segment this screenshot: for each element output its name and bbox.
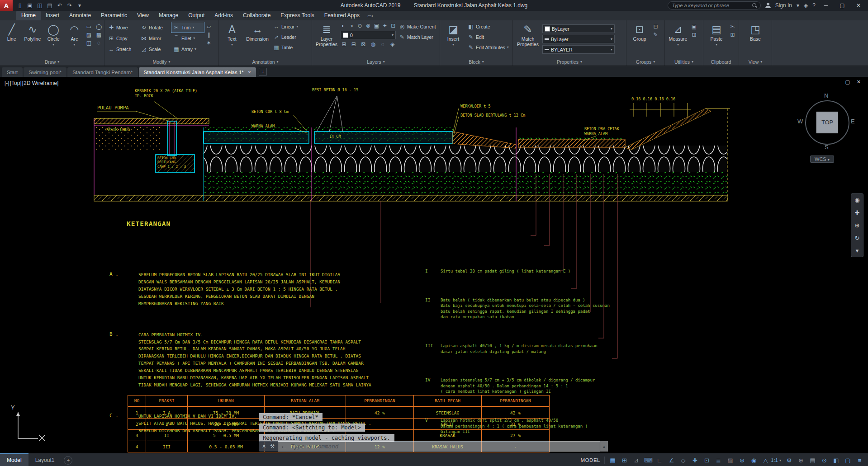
- scale-dropdown-icon[interactable]: ▾: [779, 458, 781, 462]
- layer-isolate-icon[interactable]: ◑: [349, 23, 354, 29]
- circle-dropdown-icon[interactable]: ▾: [52, 42, 54, 47]
- quick-calc-icon[interactable]: ⊞: [691, 32, 697, 38]
- tab-add-ins[interactable]: Add-ins: [209, 11, 238, 20]
- viewcube-top-face[interactable]: TOP: [816, 112, 838, 133]
- layer-dropdown-icon[interactable]: ▾: [392, 33, 394, 37]
- cut-icon[interactable]: ✂: [729, 24, 736, 30]
- file-tab-tangki-pendam[interactable]: Standard Tangki Pendam*: [67, 67, 138, 77]
- panel-label-block[interactable]: Block▾: [440, 58, 512, 66]
- arc-dropdown-icon[interactable]: ▾: [73, 42, 75, 47]
- graphics-performance-icon[interactable]: ◧: [832, 457, 840, 464]
- scale-button[interactable]: ◿Scale: [139, 44, 171, 54]
- hatch-tool-icon[interactable]: ▨: [85, 32, 92, 38]
- move-button[interactable]: ✚Move: [106, 22, 139, 33]
- tab-home[interactable]: Home: [16, 11, 41, 20]
- layer-freeze-icon[interactable]: ⊙: [357, 23, 362, 29]
- command-history-toggle-icon[interactable]: ▴: [600, 441, 608, 452]
- linetype-select[interactable]: BYLAYER▾: [542, 45, 615, 54]
- annotation-visibility-icon[interactable]: ◉: [750, 457, 758, 464]
- revcloud-tool-icon[interactable]: ◌: [95, 40, 102, 46]
- tab-featured-apps[interactable]: Featured Apps: [319, 11, 365, 20]
- clean-screen-icon[interactable]: ▢: [844, 457, 852, 464]
- offset-icon[interactable]: ∥: [205, 32, 212, 38]
- layer-thaw-icon[interactable]: ⊟: [351, 41, 357, 47]
- array-button[interactable]: ▦Array▾: [171, 44, 204, 54]
- minimize-button[interactable]: ─: [820, 2, 832, 9]
- search-icon[interactable]: [752, 3, 757, 8]
- viewport-minus-control[interactable]: [-]: [5, 80, 9, 87]
- dimension-button[interactable]: ↔Dimension: [245, 21, 270, 57]
- explode-icon[interactable]: ✶: [205, 40, 212, 46]
- quick-select-icon[interactable]: ▣: [691, 24, 697, 30]
- object-snap-icon[interactable]: ⊡: [703, 457, 711, 464]
- copy-button[interactable]: ⊞Copy: [106, 33, 139, 43]
- view-cube[interactable]: N S W E TOP WCS ▾: [800, 93, 854, 165]
- tab-express-tools[interactable]: Express Tools: [275, 11, 319, 20]
- panel-label-draw[interactable]: Draw▾: [0, 58, 104, 66]
- ortho-mode-icon[interactable]: ∟: [656, 457, 664, 464]
- base-button[interactable]: ◳Base: [744, 21, 767, 57]
- pan-icon[interactable]: ✚: [855, 209, 860, 216]
- panel-label-properties[interactable]: Properties▾: [513, 58, 626, 66]
- command-close-icon[interactable]: ✕: [262, 443, 266, 449]
- new-file-icon[interactable]: ▯: [15, 2, 24, 9]
- insert-button[interactable]: ◪Insert▾: [442, 21, 465, 57]
- transparency-icon[interactable]: ▨: [726, 457, 734, 464]
- workspace-switching-icon[interactable]: ⚙: [785, 457, 793, 464]
- panel-label-modify[interactable]: Modify▾: [104, 58, 218, 66]
- isometric-drafting-icon[interactable]: ◇: [679, 457, 687, 464]
- compass-west[interactable]: W: [797, 118, 803, 125]
- group-edit-icon[interactable]: ✎: [652, 32, 659, 38]
- tab-view[interactable]: View: [132, 11, 154, 20]
- rotate-button[interactable]: ↻Rotate: [139, 22, 171, 33]
- customization-icon[interactable]: ≡: [856, 457, 863, 464]
- layer-prev-icon[interactable]: ✦: [382, 23, 387, 29]
- viewport-style-control[interactable]: [2D Wireframe]: [22, 80, 59, 87]
- compass-north[interactable]: N: [824, 92, 828, 99]
- layer-delete-icon[interactable]: ◌: [379, 41, 386, 47]
- navigation-bar[interactable]: ◉ ✚ ⊕ ↻ ▾: [851, 193, 863, 257]
- layer-lockfade-icon[interactable]: ◈: [389, 41, 396, 47]
- text-button[interactable]: AText▾: [221, 21, 243, 57]
- panel-label-groups[interactable]: Groups▾: [626, 58, 664, 66]
- mirror-button[interactable]: ⋈Mirror: [139, 33, 171, 43]
- command-bar[interactable]: ✕ ⚒ ›_ ▴: [259, 441, 608, 452]
- create-block-button[interactable]: ◧Create: [466, 21, 511, 32]
- annotation-monitor-icon[interactable]: ⊕: [797, 457, 805, 464]
- undo-icon[interactable]: ↶: [55, 2, 64, 9]
- panel-label-view[interactable]: View▾: [739, 58, 772, 66]
- measure-button[interactable]: ⊿Measure▾: [667, 21, 689, 57]
- search-box[interactable]: [668, 1, 761, 9]
- new-layout-icon[interactable]: +: [64, 456, 72, 465]
- customize-wrench-icon[interactable]: ⚒: [270, 443, 275, 449]
- lineweight-icon[interactable]: ≣: [715, 457, 722, 464]
- zoom-icon[interactable]: ⊕: [855, 222, 860, 229]
- navbar-more-icon[interactable]: ▾: [856, 247, 859, 254]
- tab-output[interactable]: Output: [183, 11, 209, 20]
- annotation-scale-control[interactable]: △ 1:1 ▾: [762, 457, 781, 464]
- layer-match-icon[interactable]: ▣: [374, 23, 379, 29]
- command-input-field[interactable]: ›_: [278, 441, 600, 452]
- ungroup-icon[interactable]: ⊟: [652, 24, 659, 30]
- compass-east[interactable]: E: [851, 118, 855, 125]
- file-tab-start[interactable]: Start: [2, 67, 23, 77]
- region-tool-icon[interactable]: ◫: [85, 40, 92, 46]
- infer-constraints-icon[interactable]: ⊿: [632, 457, 640, 464]
- plot-icon[interactable]: ▤: [45, 2, 54, 9]
- edit-block-button[interactable]: ✎Edit: [466, 32, 511, 42]
- dynamic-input-icon[interactable]: ⌨: [644, 457, 652, 464]
- qat-dropdown-icon[interactable]: ▾: [75, 2, 84, 9]
- erase-icon[interactable]: ▱: [205, 24, 212, 30]
- tab-insert[interactable]: Insert: [41, 11, 64, 20]
- layer-merge-icon[interactable]: ◍: [370, 41, 377, 47]
- fillet-button[interactable]: ⌒Fillet▾: [171, 33, 204, 43]
- search-input[interactable]: [671, 2, 750, 9]
- polyline-button[interactable]: ∿Polyline: [23, 21, 42, 57]
- file-tab-jalan-asphalt[interactable]: Standard Konstruksi Jalan Asphalt Kelas …: [139, 67, 256, 77]
- sign-in-dropdown-icon[interactable]: ▾: [797, 2, 799, 9]
- layer-select[interactable]: 0▾: [341, 31, 396, 39]
- panel-label-annotation[interactable]: Annotation▾: [219, 58, 312, 66]
- close-button[interactable]: ✕: [853, 2, 864, 9]
- ribbon-options-icon[interactable]: ▭•: [367, 14, 373, 20]
- panel-label-clipboard[interactable]: Clipboard: [703, 58, 739, 66]
